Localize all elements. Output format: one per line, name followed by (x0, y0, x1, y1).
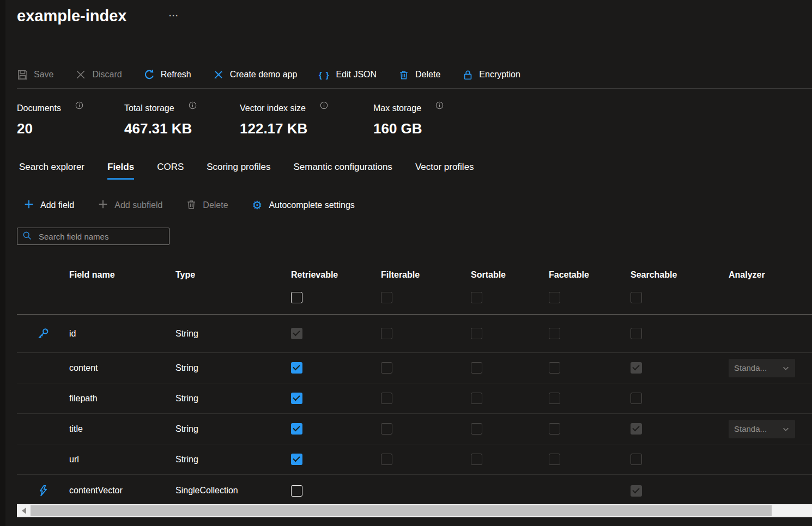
create-demo-app-button[interactable]: Create demo app (213, 69, 298, 80)
tab-vector-profiles[interactable]: Vector profiles (415, 162, 474, 180)
filterable-checkbox[interactable] (381, 328, 392, 339)
command-bar: Save Discard Refresh Cr (17, 61, 812, 89)
header-searchable: Searchable (631, 270, 729, 280)
add-field-button[interactable]: Add field (24, 199, 74, 211)
filterable-checkbox[interactable] (381, 362, 392, 374)
field-type: String (175, 315, 291, 352)
search-input[interactable] (38, 231, 164, 242)
header-filterable: Filterable (381, 270, 471, 280)
filterable-select-all-checkbox[interactable] (381, 292, 392, 303)
facetable-checkbox[interactable] (549, 423, 560, 435)
retrievable-checkbox[interactable] (291, 393, 302, 404)
search-icon (22, 231, 32, 242)
refresh-button[interactable]: Refresh (144, 69, 191, 80)
tab-label: CORS (157, 162, 184, 172)
stat-total-storage: Total storage 467.31 KB (124, 103, 197, 137)
edit-json-button[interactable]: { } Edit JSON (319, 69, 377, 80)
discard-icon (75, 69, 86, 80)
facetable-checkbox[interactable] (549, 454, 560, 465)
filterable-checkbox[interactable] (381, 423, 392, 435)
sortable-checkbox[interactable] (471, 393, 482, 404)
autocomplete-settings-button[interactable]: ⚙ Autocomplete settings (252, 200, 355, 211)
analyzer-value: Standa... (734, 363, 767, 372)
table-row[interactable]: filepath String (17, 383, 812, 414)
encryption-button[interactable]: Encryption (462, 69, 520, 80)
add-subfield-button[interactable]: Add subfield (98, 199, 162, 211)
filterable-checkbox[interactable] (381, 393, 392, 404)
pane-edge (0, 0, 5, 526)
tab-cors[interactable]: CORS (157, 162, 184, 180)
table-row[interactable]: title String Standa... (17, 414, 812, 444)
stat-label: Max storage (373, 103, 421, 113)
retrievable-select-all-checkbox[interactable] (291, 292, 302, 303)
field-name: id (69, 315, 175, 352)
page-title: example-index (17, 7, 126, 25)
field-type: String (175, 383, 291, 413)
searchable-checkbox[interactable] (631, 423, 642, 435)
info-icon[interactable] (320, 101, 329, 110)
stat-value: 467.31 KB (124, 120, 197, 137)
searchable-checkbox[interactable] (631, 393, 642, 404)
retrievable-checkbox[interactable] (291, 485, 302, 497)
discard-button[interactable]: Discard (75, 69, 122, 80)
facetable-checkbox[interactable] (549, 393, 560, 404)
info-icon[interactable] (435, 101, 444, 110)
analyzer-select[interactable]: Standa... (729, 359, 795, 377)
searchable-select-all-checkbox[interactable] (631, 292, 642, 303)
tab-semantic-configurations[interactable]: Semantic configurations (293, 162, 392, 180)
retrievable-checkbox[interactable] (291, 328, 302, 339)
scrollbar-thumb[interactable] (31, 505, 772, 516)
header-type: Type (175, 270, 291, 280)
stat-value: 122.17 KB (240, 120, 329, 137)
save-button[interactable]: Save (17, 69, 53, 80)
demo-app-icon (213, 69, 224, 80)
searchable-checkbox[interactable] (631, 362, 642, 374)
retrievable-checkbox[interactable] (291, 454, 302, 465)
searchable-checkbox[interactable] (631, 454, 642, 465)
table-row[interactable]: contentVector SingleCollection (17, 475, 812, 506)
refresh-icon (144, 69, 155, 80)
tab-fields[interactable]: Fields (107, 162, 134, 180)
stat-label: Vector index size (240, 103, 306, 113)
filterable-checkbox[interactable] (381, 454, 392, 465)
sortable-checkbox[interactable] (471, 328, 482, 339)
more-options-button[interactable]: ··· (169, 11, 179, 20)
delete-button[interactable]: Delete (398, 69, 440, 80)
tab-label: Vector profiles (415, 162, 474, 172)
header-sortable: Sortable (471, 270, 549, 280)
retrievable-checkbox[interactable] (291, 423, 302, 435)
trash-icon (186, 199, 196, 212)
delete-field-button[interactable]: Delete (186, 199, 228, 212)
field-name: url (69, 444, 175, 474)
sortable-select-all-checkbox[interactable] (471, 292, 482, 303)
header-icon-col (17, 270, 69, 280)
retrievable-checkbox[interactable] (291, 362, 302, 374)
analyzer-select[interactable]: Standa... (729, 420, 795, 438)
scroll-left-arrow[interactable] (17, 504, 31, 517)
sortable-checkbox[interactable] (471, 423, 482, 435)
table-row[interactable]: url String (17, 444, 812, 475)
stat-label: Total storage (124, 103, 174, 113)
tab-search-explorer[interactable]: Search explorer (19, 162, 84, 180)
field-type: SingleCollection (175, 475, 291, 506)
add-subfield-label: Add subfield (114, 200, 162, 210)
edit-json-label: Edit JSON (336, 70, 377, 79)
table-header: Field name Type Retrievable Filterable S… (17, 270, 812, 303)
tab-scoring-profiles[interactable]: Scoring profiles (207, 162, 270, 180)
facetable-checkbox[interactable] (549, 328, 560, 339)
chevron-down-icon (782, 364, 790, 372)
sortable-checkbox[interactable] (471, 454, 482, 465)
facetable-select-all-checkbox[interactable] (549, 292, 560, 303)
chevron-down-icon (782, 425, 790, 433)
save-label: Save (34, 70, 53, 79)
searchable-checkbox[interactable] (631, 485, 642, 497)
info-icon[interactable] (189, 101, 197, 110)
facetable-checkbox[interactable] (549, 362, 560, 374)
tab-label: Scoring profiles (207, 162, 270, 172)
horizontal-scrollbar[interactable] (17, 504, 812, 517)
info-icon[interactable] (75, 101, 84, 110)
table-row[interactable]: content String Standa... (17, 353, 812, 383)
sortable-checkbox[interactable] (471, 362, 482, 374)
searchable-checkbox[interactable] (631, 328, 642, 339)
table-row[interactable]: id String (17, 315, 812, 353)
